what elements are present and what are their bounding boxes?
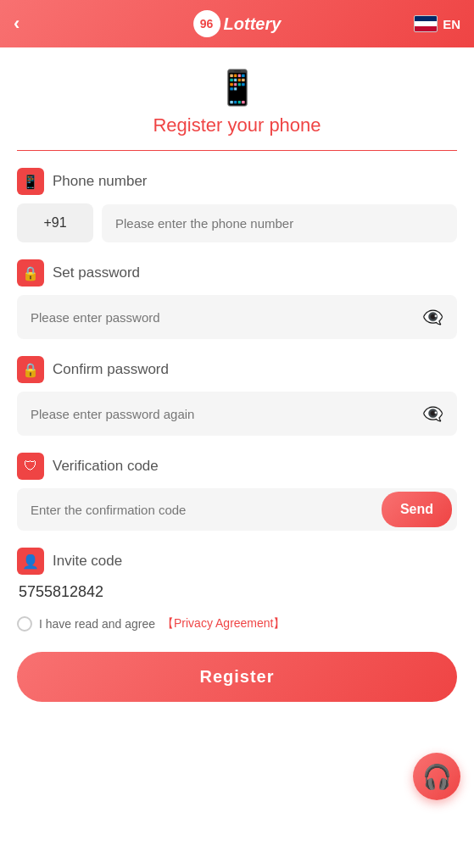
language-selector[interactable]: EN [414, 15, 460, 32]
agreement-text: I have read and agree [39, 617, 155, 631]
verification-label-icon: 🛡 [17, 453, 44, 480]
form: 📱 Phone number +91 🔒 Set password 👁‍🗨 🔒 … [0, 168, 474, 702]
send-button[interactable]: Send [382, 492, 452, 527]
agreement-link[interactable]: 【Privacy Agreement】 [162, 616, 286, 632]
support-button[interactable]: 🎧 [413, 753, 460, 800]
agreement-checkbox[interactable] [17, 616, 32, 632]
invite-label-icon: 👤 [17, 548, 44, 575]
password-eye-icon[interactable]: 👁‍🗨 [422, 307, 443, 327]
confirm-section-label: 🔒 Confirm password [17, 356, 457, 383]
confirm-input[interactable] [31, 407, 422, 421]
phone-label-icon: 📱 [17, 168, 44, 195]
confirm-label-icon: 🔒 [17, 356, 44, 383]
confirm-label-text: Confirm password [53, 361, 169, 378]
password-input[interactable] [31, 310, 422, 325]
invite-code-value: 5755812842 [17, 583, 457, 601]
flag-icon [414, 15, 438, 32]
back-button[interactable]: ‹ [14, 13, 20, 35]
phone-input[interactable] [102, 204, 457, 242]
confirm-input-row: 👁‍🗨 [17, 392, 457, 436]
password-label-text: Set password [53, 264, 140, 281]
verification-section-label: 🛡 Verification code [17, 453, 457, 480]
country-code-box[interactable]: +91 [17, 203, 93, 242]
logo: 96 Lottery [193, 10, 282, 37]
invite-section-label: 👤 Invite code [17, 548, 457, 575]
verification-input[interactable] [17, 491, 376, 529]
phone-section-label: 📱 Phone number [17, 168, 457, 195]
phone-input-row: +91 [17, 203, 457, 242]
verification-label-text: Verification code [53, 458, 159, 475]
password-input-row: 👁‍🗨 [17, 295, 457, 339]
password-section-label: 🔒 Set password [17, 259, 457, 287]
logo-icon: 96 [193, 10, 220, 37]
lang-label: EN [443, 17, 460, 31]
page-title: Register your phone [153, 114, 321, 136]
title-section: 📱 Register your phone [17, 47, 457, 151]
confirm-eye-icon[interactable]: 👁‍🗨 [422, 403, 443, 424]
register-button[interactable]: Register [17, 652, 457, 702]
password-label-icon: 🔒 [17, 259, 44, 287]
phone-icon: 📱 [216, 68, 259, 108]
header: ‹ 96 Lottery EN [0, 0, 474, 47]
agreement-row: I have read and agree 【Privacy Agreement… [17, 616, 457, 632]
invite-label-text: Invite code [53, 553, 122, 570]
phone-label-text: Phone number [53, 173, 148, 190]
main-content: 📱 Register your phone 📱 Phone number +91… [0, 47, 474, 868]
verification-row: Send [17, 488, 457, 531]
logo-text: Lottery [224, 14, 282, 34]
